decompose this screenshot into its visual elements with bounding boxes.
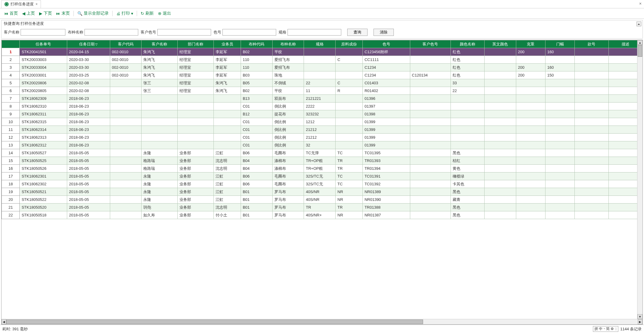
- cell[interactable]: [516, 157, 545, 165]
- cell[interactable]: [484, 126, 516, 134]
- cell[interactable]: [142, 95, 178, 103]
- cell[interactable]: [410, 95, 451, 103]
- cell[interactable]: [110, 103, 142, 110]
- cell[interactable]: [545, 141, 574, 149]
- cell[interactable]: [410, 64, 451, 71]
- cell[interactable]: STK18062314: [20, 126, 67, 134]
- cell[interactable]: [575, 180, 608, 188]
- cell[interactable]: C1234: [362, 64, 410, 71]
- cell[interactable]: 32: [304, 141, 336, 149]
- column-header[interactable]: 客户名称: [142, 40, 178, 48]
- table-row[interactable]: 1STK200415012020-04-15002-0010朱鸿飞经理室李延军B…: [2, 48, 643, 56]
- row-number[interactable]: 17: [2, 172, 20, 180]
- cell[interactable]: [110, 87, 142, 95]
- column-header[interactable]: 克重: [516, 40, 545, 48]
- cell[interactable]: 罗马布: [272, 204, 304, 211]
- table-row[interactable]: 9STK180623112018-06-23B12提花布32323201398: [2, 110, 643, 118]
- cell[interactable]: [545, 95, 574, 103]
- tab-active[interactable]: 打样任务进度 ×: [1, 0, 41, 8]
- cell[interactable]: TC: [336, 149, 363, 157]
- cell[interactable]: [451, 141, 484, 149]
- cell[interactable]: TC无弹: [304, 149, 336, 157]
- cell[interactable]: [304, 64, 336, 71]
- cell[interactable]: [484, 71, 516, 79]
- cell[interactable]: [484, 48, 516, 56]
- cell[interactable]: [214, 103, 241, 110]
- cell[interactable]: 张三: [142, 87, 178, 95]
- cell[interactable]: STK18062301: [20, 172, 67, 180]
- table-row[interactable]: 19STK180505212018-05-05永隆业务部江虹B01罗马布40S/…: [2, 188, 643, 196]
- cell[interactable]: [110, 110, 142, 118]
- cell[interactable]: 江虹: [214, 172, 241, 180]
- cell[interactable]: 桔红: [451, 157, 484, 165]
- cell[interactable]: [516, 211, 545, 219]
- cell[interactable]: [410, 141, 451, 149]
- cell[interactable]: [575, 103, 608, 110]
- cell[interactable]: [545, 196, 574, 204]
- column-header[interactable]: 门幅: [545, 40, 574, 48]
- cell[interactable]: 朱鸿飞: [142, 56, 178, 64]
- cell[interactable]: STK18050520: [20, 204, 67, 211]
- last-page-button[interactable]: ⏭末页: [54, 10, 72, 17]
- cell[interactable]: B01: [241, 211, 272, 219]
- cell[interactable]: STK20033004: [20, 64, 67, 71]
- cell[interactable]: [575, 64, 608, 71]
- table-row[interactable]: 18STK180623022018-05-05永隆业务部江虹B06毛圈布32S/…: [2, 180, 643, 188]
- cell[interactable]: [484, 118, 516, 126]
- cell[interactable]: [110, 165, 142, 172]
- refresh-button[interactable]: ↻刷新: [139, 10, 156, 17]
- cell[interactable]: 2018-05-05: [67, 188, 110, 196]
- cell[interactable]: [110, 149, 142, 157]
- cell[interactable]: [484, 110, 516, 118]
- cell[interactable]: 2018-06-23: [67, 103, 110, 110]
- cell[interactable]: 平纹: [272, 48, 304, 56]
- clear-button[interactable]: 清除: [374, 29, 394, 36]
- column-header[interactable]: 业务员: [214, 40, 241, 48]
- cell[interactable]: STK18050525: [20, 157, 67, 165]
- cell[interactable]: [336, 48, 363, 56]
- cell[interactable]: [410, 56, 451, 64]
- cell[interactable]: B02: [241, 48, 272, 56]
- print-button[interactable]: 🖨打印▾: [114, 10, 135, 17]
- cell[interactable]: [575, 126, 608, 134]
- cell[interactable]: 2018-06-23: [67, 110, 110, 118]
- cell[interactable]: TR01388: [362, 204, 410, 211]
- cell[interactable]: [214, 110, 241, 118]
- cell[interactable]: STK18062311: [20, 110, 67, 118]
- vertical-scrollbar[interactable]: ▲ ▼: [637, 40, 643, 319]
- cell[interactable]: TC: [336, 172, 363, 180]
- cell[interactable]: [545, 126, 574, 134]
- cell[interactable]: [110, 180, 142, 188]
- table-row[interactable]: 22STK180505182018-05-05如久寿业务部付小土B01罗马布40…: [2, 211, 643, 219]
- cell[interactable]: STK20020805: [20, 87, 67, 95]
- cell[interactable]: 业务部: [178, 172, 214, 180]
- cell[interactable]: C01: [241, 103, 272, 110]
- cell[interactable]: [410, 180, 451, 188]
- cell[interactable]: 2020-03-25: [67, 71, 110, 79]
- cell[interactable]: 2018-05-05: [67, 172, 110, 180]
- cell[interactable]: [178, 141, 214, 149]
- cell[interactable]: C01: [241, 126, 272, 134]
- cell[interactable]: [336, 95, 363, 103]
- cell[interactable]: 毛圈布: [272, 149, 304, 157]
- cell[interactable]: [575, 118, 608, 126]
- row-number[interactable]: 2: [2, 56, 20, 64]
- cell[interactable]: [545, 188, 574, 196]
- cell[interactable]: 黄色: [451, 165, 484, 172]
- cell[interactable]: 2020-02-08: [67, 87, 110, 95]
- cell[interactable]: 002-0010: [110, 71, 142, 79]
- cell[interactable]: [214, 126, 241, 134]
- cell[interactable]: [484, 188, 516, 196]
- cell[interactable]: [304, 71, 336, 79]
- cell[interactable]: [516, 95, 545, 103]
- table-row[interactable]: 13STK180623122018-06-23C01倒比例3201399: [2, 141, 643, 149]
- tab-close-icon[interactable]: ×: [36, 2, 38, 6]
- column-header[interactable]: 任务日期▽: [67, 40, 110, 48]
- cell[interactable]: C01: [241, 141, 272, 149]
- cell[interactable]: STK18062313: [20, 134, 67, 141]
- cell[interactable]: TR01393: [362, 157, 410, 165]
- cell[interactable]: [110, 141, 142, 149]
- cell[interactable]: [410, 48, 451, 56]
- cell[interactable]: STK18062302: [20, 180, 67, 188]
- cell[interactable]: 业务部: [178, 188, 214, 196]
